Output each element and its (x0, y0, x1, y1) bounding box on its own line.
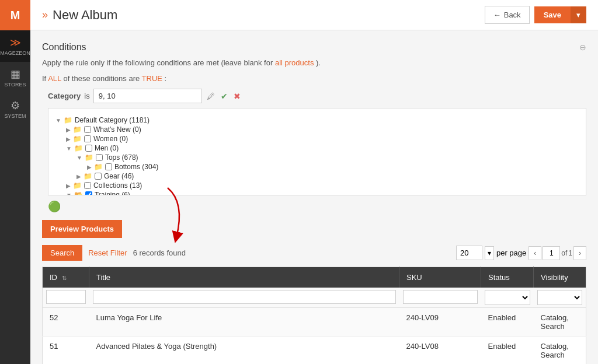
row-title: Luma Yoga For Life (89, 308, 399, 337)
reset-filter-button[interactable]: Reset Filter (88, 249, 127, 257)
conditions-title: Conditions (42, 42, 86, 52)
row-visibility: Catalog,Search (534, 337, 586, 365)
row-visibility: Catalog,Search (534, 308, 586, 337)
tree-check-training[interactable] (85, 191, 92, 195)
col-header-sku[interactable]: SKU (399, 267, 481, 288)
per-page-select: ▾ per page (456, 246, 526, 260)
condition-row-category: Category is 🖉 ✔ ✖ (42, 89, 586, 103)
sort-id-icon: ⇅ (62, 275, 67, 281)
per-page-label: per page (496, 249, 526, 257)
tree-check-collections[interactable] (84, 182, 91, 189)
row-sku: 240-LV09 (399, 308, 481, 337)
all-products-link[interactable]: all products (275, 58, 314, 67)
tree-check-whatsnew[interactable] (84, 126, 91, 133)
col-header-visibility[interactable]: Visibility (534, 267, 586, 288)
col-id-label: ID (50, 273, 57, 282)
per-page-dropdown[interactable]: ▾ (485, 246, 494, 260)
page-total: 1 (568, 249, 572, 257)
logo-icon: M (11, 9, 20, 22)
row-title: Advanced Pilates & Yoga (Strength) (89, 337, 399, 365)
back-label: Back (504, 10, 521, 19)
preview-products-button[interactable]: Preview Products (42, 220, 122, 238)
sidebar-item-label-stores: STORES (5, 82, 26, 88)
tree-check-gear[interactable] (95, 173, 102, 180)
tree-item-bottoms: ▶ 📁 Bottoms (304) (55, 162, 579, 172)
filter-visibility-select[interactable] (537, 290, 583, 305)
rule-true-link[interactable]: TRUE (142, 74, 162, 83)
tree-check-women[interactable] (84, 135, 91, 142)
sidebar-item-system[interactable]: ⚙ SYSTEM (0, 93, 30, 125)
conditions-section: Conditions ⊖ Apply the rule only if the … (42, 42, 586, 213)
sidebar-item-label-magezeon: MAGEZEON (0, 50, 30, 56)
tree-item-men: ▼ 📁 Men (0) (55, 144, 579, 153)
row-status: Enabled (481, 308, 534, 337)
back-button[interactable]: ← Back (485, 6, 530, 24)
filter-id-input[interactable] (46, 290, 86, 304)
row-id: 52 (43, 308, 89, 337)
row-id: 51 (43, 337, 89, 365)
filter-row: Enabled Disabled (43, 288, 586, 308)
sidebar-item-stores[interactable]: ▦ STORES (0, 62, 30, 93)
tree-check-tops[interactable] (96, 154, 103, 161)
filter-status-select[interactable]: Enabled Disabled (485, 290, 530, 305)
sidebar-item-magezeon[interactable]: ≫ MAGEZEON (0, 30, 30, 62)
row-status: Enabled (481, 337, 534, 365)
row-sku: 240-LV08 (399, 337, 481, 365)
col-visibility-label: Visibility (541, 273, 568, 282)
category-is: is (84, 92, 89, 100)
sidebar-logo: M (0, 0, 30, 30)
col-header-id[interactable]: ID ⇅ (43, 267, 89, 288)
save-button[interactable]: Save (534, 6, 571, 23)
filter-sku-input[interactable] (403, 290, 478, 304)
filter-title-input[interactable] (93, 290, 396, 304)
tree-item-collections: ▶ 📁 Collections (13) (55, 181, 579, 190)
save-dropdown-button[interactable]: ▾ (571, 6, 586, 23)
save-group: Save ▾ (534, 6, 586, 23)
search-bar: Search Reset Filter 6 records found ▾ pe… (42, 245, 586, 261)
tree-item-gear: ▶ 📁 Gear (46) (55, 172, 579, 181)
category-label: Category (48, 92, 81, 100)
rule-all-link[interactable]: ALL (48, 74, 61, 83)
page-nav: ‹ 1 of 1 › (529, 246, 586, 260)
conditions-rule: If ALL of these conditions are TRUE : (42, 74, 586, 83)
table-row: 52 Luma Yoga For Life 240-LV09 Enabled C… (43, 308, 586, 337)
category-tree: ▼ 📁 Default Category (1181) ▶ 📁 What's N… (48, 108, 586, 195)
category-value-input[interactable] (93, 89, 202, 103)
topbar-actions: ← Back Save ▾ (485, 6, 586, 24)
section-title: Conditions ⊖ (42, 42, 586, 52)
col-status-label: Status (488, 273, 510, 282)
next-page-button[interactable]: › (573, 246, 586, 260)
col-header-title[interactable]: Title (89, 267, 399, 288)
rule-middle: of these conditions are (63, 74, 141, 83)
search-button[interactable]: Search (42, 245, 82, 261)
per-page-input[interactable] (456, 246, 482, 260)
prev-page-button[interactable]: ‹ (529, 246, 541, 260)
conditions-description: Apply the rule only if the following con… (42, 58, 586, 67)
edit-condition-icon[interactable]: 🖉 (206, 90, 216, 102)
topbar: » New Album ← Back Save ▾ (30, 0, 598, 30)
breadcrumb-arrows: » (42, 9, 48, 21)
tree-item-whatsnew: ▶ 📁 What's New (0) (55, 125, 579, 134)
content-area: Conditions ⊖ Apply the rule only if the … (30, 30, 598, 364)
collapse-icon[interactable]: ⊖ (579, 43, 586, 52)
add-condition-btn[interactable]: 🟢 (48, 200, 586, 213)
tree-item-women: ▶ 📁 Women (0) (55, 134, 579, 144)
back-arrow-icon: ← (493, 10, 501, 19)
col-header-status[interactable]: Status (481, 267, 534, 288)
table-row: 51 Advanced Pilates & Yoga (Strength) 24… (43, 337, 586, 365)
system-icon: ⚙ (11, 99, 20, 112)
magezeon-icon: ≫ (10, 36, 21, 49)
tree-check-bottoms[interactable] (105, 163, 112, 170)
rule-colon: : (165, 74, 167, 83)
tree-item-tops: ▼ 📁 Tops (678) (55, 153, 579, 162)
page-title: New Album (53, 8, 117, 23)
tree-check-men[interactable] (85, 145, 92, 152)
confirm-condition-icon[interactable]: ✔ (220, 90, 229, 102)
col-sku-label: SKU (406, 273, 422, 282)
products-table: ID ⇅ Title SKU Status Visi (42, 267, 586, 364)
sidebar-item-label-system: SYSTEM (4, 113, 26, 119)
stores-icon: ▦ (11, 68, 20, 80)
remove-condition-icon[interactable]: ✖ (232, 90, 242, 102)
col-title-label: Title (96, 273, 110, 282)
rule-if: If (42, 74, 48, 83)
